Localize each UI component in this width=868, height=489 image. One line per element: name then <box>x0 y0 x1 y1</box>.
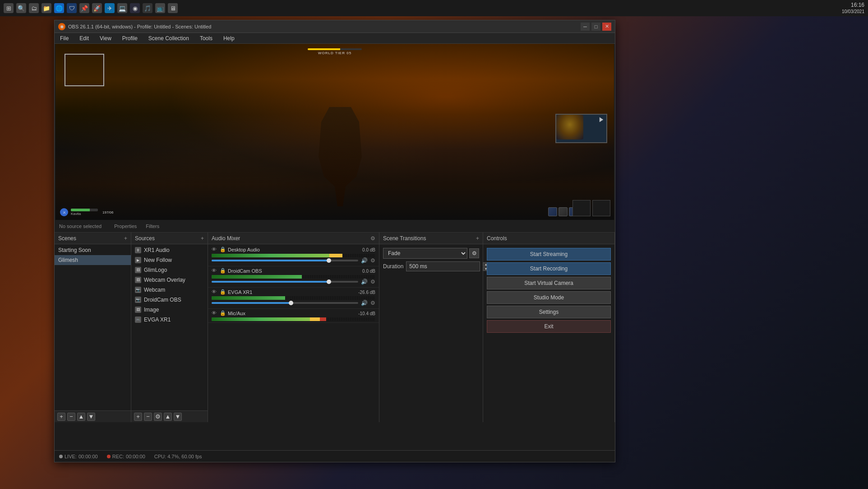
menu-edit[interactable]: Edit <box>78 34 91 42</box>
menu-view[interactable]: View <box>98 34 113 42</box>
scenes-panel: Scenes + Starting Soon Glimesh + − ▲ ▼ <box>55 233 131 422</box>
filters-tab[interactable]: Filters <box>142 223 163 230</box>
audio-mixer-icon[interactable]: ⚙ <box>370 235 375 242</box>
task-view-icon[interactable]: 🗂 <box>29 3 39 13</box>
telegram-icon[interactable]: ✈ <box>105 3 115 13</box>
sources-settings-btn[interactable]: ⚙ <box>154 413 162 421</box>
app-icon-2[interactable]: 📺 <box>155 3 165 13</box>
sources-remove-btn[interactable]: − <box>144 413 152 421</box>
desktop-volume-handle[interactable] <box>327 258 331 263</box>
mic-meter-yellow <box>310 317 320 321</box>
menu-help[interactable]: Help <box>222 34 236 42</box>
sources-panel-header: Sources + <box>131 233 208 244</box>
evga-volume-slider[interactable] <box>212 302 358 304</box>
clock: 16:16 10/03/2021 <box>842 1 864 15</box>
transition-settings-btn[interactable]: ⚙ <box>469 248 479 258</box>
menu-profile[interactable]: Profile <box>120 34 139 42</box>
properties-tab[interactable]: Properties <box>111 223 140 230</box>
evga-volume-handle[interactable] <box>289 301 293 305</box>
scene-item-starting-soon[interactable]: Starting Soon <box>55 245 131 255</box>
transition-type-select[interactable]: Fade Cut Swipe Slide <box>383 248 467 259</box>
file-explorer-icon[interactable]: 📁 <box>42 3 51 13</box>
controls-panel-title: Controls <box>487 235 507 242</box>
droidcam-mute-btn[interactable]: 🔊 <box>361 279 368 285</box>
menu-scene-collection[interactable]: Scene Collection <box>147 34 191 42</box>
scenes-add-btn[interactable]: + <box>57 413 65 421</box>
sources-up-btn[interactable]: ▲ <box>164 413 172 421</box>
evga-meter-green <box>212 296 285 300</box>
start-streaming-button[interactable]: Start Streaming <box>487 248 611 261</box>
pin-icon[interactable]: 📌 <box>79 3 89 13</box>
droidcam-audio-meter <box>212 275 375 279</box>
app-icon-3[interactable]: 🖥 <box>168 3 178 13</box>
source-item-glimlogo[interactable]: 🖼 GlimLogo <box>131 265 208 275</box>
duration-input[interactable] <box>406 261 480 271</box>
live-dot <box>59 455 63 458</box>
evga-mute-btn[interactable]: 🔊 <box>361 300 368 306</box>
search-icon[interactable]: 🔍 <box>16 3 26 13</box>
player-icon: ⚔ <box>60 208 68 216</box>
studio-mode-button[interactable]: Studio Mode <box>487 291 611 304</box>
droidcam-settings-btn[interactable]: ⚙ <box>370 279 375 285</box>
rec-dot <box>107 455 111 458</box>
play-icon <box>598 116 605 123</box>
evga-settings-btn[interactable]: ⚙ <box>370 300 375 306</box>
sources-down-btn[interactable]: ▼ <box>174 413 182 421</box>
mic-meter-green <box>212 317 310 321</box>
start-button[interactable]: ⊞ <box>4 3 14 13</box>
evga-volume-fill <box>212 302 291 304</box>
audio-mixer-title: Audio Mixer <box>212 235 240 242</box>
minimize-button[interactable]: ─ <box>581 23 590 31</box>
source-item-evga-xr1[interactable]: 🎮 EVGA XR1 <box>131 315 208 325</box>
desktop-settings-btn[interactable]: ⚙ <box>370 257 375 264</box>
desktop-audio-meter <box>212 254 375 257</box>
source-item-webcam-overlay[interactable]: 🖼 Webcam Overlay <box>131 275 208 285</box>
source-item-new-follow[interactable]: ▶ New Follow <box>131 255 208 265</box>
mic-lock-icon[interactable]: 🔒 <box>220 310 226 317</box>
mic-vis-icon[interactable]: 👁 <box>212 310 218 317</box>
source-item-xr1-audio[interactable]: 🎙 XR1 Audio <box>131 245 208 255</box>
scenes-down-btn[interactable]: ▼ <box>87 413 95 421</box>
source-item-image[interactable]: 🖼 Image <box>131 305 208 315</box>
desktop-vis-icon[interactable]: 👁 <box>212 247 218 253</box>
source-item-droidcam-obs[interactable]: 📷 DroidCam OBS <box>131 295 208 305</box>
audio-mixer-panel: Audio Mixer ⚙ 👁 🔒 Desktop Audio 0.0 dB <box>208 233 379 422</box>
vlc-icon[interactable]: 🎵 <box>143 3 152 13</box>
evga-lock-icon[interactable]: 🔒 <box>220 289 226 295</box>
terminal-icon[interactable]: 💻 <box>117 3 127 13</box>
panels-area: Scenes + Starting Soon Glimesh + − ▲ ▼ <box>55 233 615 422</box>
transitions-panel-icon[interactable]: + <box>476 235 479 242</box>
settings-button[interactable]: Settings <box>487 306 611 318</box>
no-source-text: No source selected <box>59 224 102 229</box>
start-recording-button[interactable]: Start Recording <box>487 262 611 275</box>
menu-tools[interactable]: Tools <box>198 34 214 42</box>
sources-panel-icon[interactable]: + <box>201 235 204 242</box>
scene-item-glimesh[interactable]: Glimesh <box>55 255 131 265</box>
desktop-lock-icon[interactable]: 🔒 <box>220 247 226 253</box>
evga-vis-icon[interactable]: 👁 <box>212 289 218 295</box>
source-item-webcam[interactable]: 📷 Webcam <box>131 285 208 295</box>
maximize-button[interactable]: □ <box>591 23 600 31</box>
rocket-icon[interactable]: 🚀 <box>92 3 102 13</box>
close-button[interactable]: ✕ <box>602 23 611 31</box>
menu-file[interactable]: File <box>58 34 70 42</box>
obs-taskbar-icon[interactable]: ◉ <box>130 3 140 13</box>
sources-list: 🎙 XR1 Audio ▶ New Follow 🖼 GlimLogo 🖼 We… <box>131 244 208 410</box>
sources-add-btn[interactable]: + <box>134 413 142 421</box>
desktop-volume-slider[interactable] <box>212 260 358 261</box>
scenes-panel-icon[interactable]: + <box>124 235 127 242</box>
desktop-mute-btn[interactable]: 🔊 <box>361 257 368 264</box>
shield-icon[interactable]: 🛡 <box>67 3 77 13</box>
droidcam-volume-handle[interactable] <box>327 279 331 284</box>
droidcam-volume-slider[interactable] <box>212 281 358 283</box>
start-virtual-camera-button[interactable]: Start Virtual Camera <box>487 277 611 289</box>
droidcam-vis-icon[interactable]: 👁 <box>212 268 218 274</box>
droidcam-lock-icon[interactable]: 🔒 <box>220 268 226 274</box>
exit-button[interactable]: Exit <box>487 320 611 333</box>
scenes-remove-btn[interactable]: − <box>67 413 75 421</box>
scenes-up-btn[interactable]: ▲ <box>77 413 85 421</box>
chrome-icon[interactable]: 🌐 <box>54 3 64 13</box>
source-icon-camera-1: 📷 <box>135 287 141 293</box>
source-icon-audio: 🎙 <box>135 247 141 253</box>
desktop-volume-fill <box>212 260 329 261</box>
